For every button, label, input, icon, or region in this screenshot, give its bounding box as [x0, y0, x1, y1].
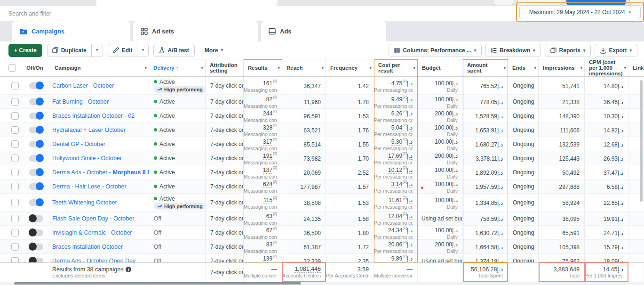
campaign-toggle[interactable] [29, 155, 43, 162]
column-header-cpm[interactable]: CPM (cost per 1,000 impressions)▾ [585, 59, 628, 76]
cpr-sublabel: Per messaging co... [374, 188, 413, 193]
amount-number: 1,334.85د.إ [475, 200, 503, 206]
row-checkbox[interactable] [11, 140, 19, 148]
column-header-results[interactable]: Results▾ [244, 59, 282, 76]
campaign-toggle[interactable] [29, 183, 43, 190]
row-checkbox[interactable] [11, 169, 19, 176]
tab-campaigns[interactable]: Campaigns [12, 21, 130, 41]
cell-campaign: Braces Installation October [50, 240, 149, 253]
cell-delivery: Active [149, 165, 206, 179]
edit-button[interactable]: Edit [108, 44, 137, 57]
edit-dropdown[interactable]: ▾ [137, 44, 148, 57]
column-header-freq[interactable]: Frequency▾ [326, 59, 374, 76]
date-range-selector[interactable]: Maximum: 29 May 2024 - 22 Oct 2024 ▾ [519, 5, 641, 19]
select-all-checkbox[interactable] [8, 64, 16, 72]
row-checkbox[interactable] [11, 112, 19, 120]
column-header-name[interactable]: Campaign▾ [50, 59, 149, 76]
campaign-link[interactable]: Flash Sale Open Day - October [50, 215, 149, 222]
tab-ads[interactable]: Ads [261, 21, 386, 41]
campaign-link[interactable]: Braces Installation October [50, 244, 149, 250]
row-checkbox[interactable] [11, 98, 19, 106]
column-header-cpr[interactable]: Cost per result▾ [374, 59, 418, 76]
cell-select [0, 165, 22, 179]
campaign-link[interactable]: Hollywood Smile - October [50, 155, 149, 162]
cell-reach: 36,347 [282, 77, 326, 94]
campaign-link[interactable]: Derma Ads - October - Morpheus 8 Pro [50, 169, 149, 176]
cell-budget: 200.00د.إDaily [418, 240, 463, 253]
campaign-toggle[interactable] [29, 244, 43, 250]
column-header-impr[interactable]: Impressions▾ [539, 59, 585, 76]
campaign-toggle[interactable] [29, 169, 43, 176]
cpm-number: 26.93د.إ [604, 155, 623, 162]
duplicate-dropdown[interactable]: ▾ [91, 44, 103, 57]
vertical-scrollbar-thumb[interactable] [640, 80, 643, 202]
column-header-budget[interactable]: Budget [418, 59, 463, 76]
horizontal-scrollbar-thumb[interactable] [14, 282, 301, 285]
impr-number: 111,606 [560, 127, 580, 134]
row-checkbox[interactable] [11, 199, 19, 206]
cell-amount: 1,528.59د.إ [463, 109, 508, 122]
cell-impr: 50,492 [539, 165, 585, 179]
campaign-toggle[interactable] [29, 113, 43, 119]
column-header-ends[interactable]: Ends▾ [508, 59, 539, 76]
cpr-value: 9.49د.إ[2] [391, 95, 413, 103]
campaign-link[interactable]: Carbon Laser - October [50, 82, 149, 89]
campaign-link[interactable]: Derma - Hair Lose - October [50, 183, 149, 190]
results-value: 624[2] [263, 179, 277, 188]
edit-split-button[interactable]: Edit ▾ [108, 44, 149, 57]
campaign-toggle[interactable] [29, 215, 43, 222]
tab-ad-sets[interactable]: Ad sets [133, 21, 258, 41]
cell-reach: 63,521 [282, 123, 326, 137]
campaign-link[interactable]: Braces Installation October - 02 [50, 113, 149, 119]
cell-results: 67[2]Messaging conve.. [244, 226, 282, 239]
amount-number: 1,664.58د.إ [475, 244, 503, 251]
delivery-status-label: Active [159, 141, 175, 147]
campaign-link[interactable]: Dental GP - October [50, 141, 149, 147]
column-header-attr[interactable]: Attribution setting [206, 59, 244, 76]
campaign-toggle[interactable] [29, 127, 43, 133]
row-checkbox[interactable] [11, 82, 19, 90]
breakdown-button[interactable]: Breakdown ▾ [485, 44, 541, 57]
cell-freq: 1.76 [326, 123, 374, 137]
campaign-toggle[interactable] [29, 98, 43, 105]
delivery-status-label: Active [159, 155, 175, 162]
edit-pencil-icon [113, 47, 119, 53]
column-header-delivery[interactable]: Delivery↑▾ [149, 59, 206, 76]
campaign-link[interactable]: Fat Burning - October [50, 98, 149, 105]
horizontal-scrollbar-track[interactable] [0, 282, 644, 285]
campaign-link[interactable]: Invislagin & Cermaic - October [50, 229, 149, 236]
more-button[interactable]: More ▾ [199, 44, 228, 57]
duplicate-button[interactable]: Duplicate [48, 44, 91, 57]
results-number: 83 [266, 241, 272, 248]
cpm-number: 15.79د.إ [604, 244, 623, 251]
row-checkbox[interactable] [11, 229, 19, 236]
create-button[interactable]: + Create [8, 44, 42, 57]
breakdown-icon [491, 48, 497, 53]
campaign-link[interactable]: Hydrafacial + Laser October [50, 127, 149, 133]
ends-value: Ongoing [513, 82, 534, 89]
row-checkbox[interactable] [11, 155, 19, 162]
campaign-link[interactable]: Teeth Whitening October [50, 199, 149, 206]
column-header-toggle[interactable]: Off/On [22, 59, 50, 76]
campaign-toggle[interactable] [29, 82, 43, 89]
freq-number: 1.72 [358, 244, 369, 251]
campaign-toggle[interactable] [29, 141, 43, 147]
cell-attribution: 7-day click or ... [206, 212, 244, 225]
column-header-amount[interactable]: Amount spent▾ [463, 59, 508, 76]
reports-button[interactable]: Reports ▾ [545, 44, 591, 57]
impr-value: 111,606 [560, 126, 580, 134]
row-checkbox[interactable] [11, 126, 19, 134]
export-button[interactable]: Export ▾ [595, 44, 637, 57]
column-header-reach[interactable]: Reach▾ [282, 59, 326, 76]
results-value: 317[2] [263, 137, 277, 146]
duplicate-split-button[interactable]: Duplicate ▾ [47, 44, 103, 57]
cpr-number: 24.34د.إ [388, 227, 413, 234]
row-checkbox[interactable] [11, 243, 19, 251]
column-header-link[interactable]: Link [628, 59, 644, 76]
row-checkbox[interactable] [11, 215, 19, 222]
row-checkbox[interactable] [11, 183, 19, 190]
campaign-toggle[interactable] [29, 199, 43, 206]
campaign-toggle[interactable] [29, 229, 43, 236]
columns-button[interactable]: Columns: Performance ... ▾ [389, 44, 482, 57]
ab-test-button[interactable]: A/B test [153, 44, 194, 57]
